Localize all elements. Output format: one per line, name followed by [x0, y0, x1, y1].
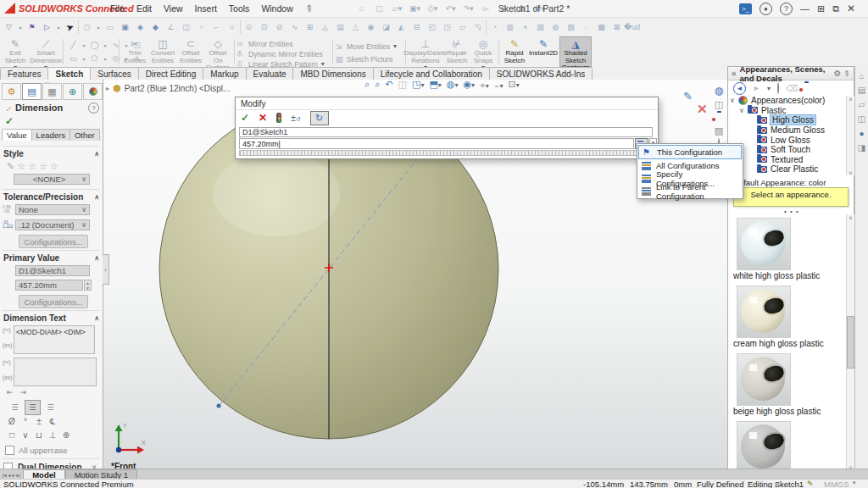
circle-tool-icon[interactable]: ◯: [87, 38, 102, 52]
scroll-down-icon[interactable]: ∨: [849, 169, 852, 175]
tree-scrollbar[interactable]: ∧∨: [846, 96, 854, 175]
primary-configurations-button[interactable]: Configurations...: [19, 295, 88, 308]
tree-item-plastic[interactable]: ∨ Plastic: [730, 106, 845, 116]
toolbar-icon[interactable]: ◫: [179, 20, 193, 34]
appearances-tab-icon[interactable]: ●: [859, 129, 864, 141]
menu-view[interactable]: View: [164, 3, 183, 14]
increment-spinbox-icon[interactable]: ↻: [310, 111, 329, 125]
section-view-icon[interactable]: ◫: [398, 79, 407, 90]
collapse-pane-icon[interactable]: «: [732, 69, 737, 78]
toolbar-icon[interactable]: ⌐: [209, 20, 224, 34]
chevron-down-icon[interactable]: ▾: [81, 52, 87, 65]
open-folder-icon[interactable]: [804, 83, 808, 93]
appearance-thumbnail-cream[interactable]: [737, 286, 791, 338]
panel-splitter[interactable]: ‹: [103, 254, 109, 285]
toolbar-icon[interactable]: ⊞: [303, 20, 317, 34]
display-style-icon[interactable]: ◍▾: [447, 79, 459, 90]
appearance-thumbnail-white[interactable]: [737, 218, 791, 270]
zoom-area-icon[interactable]: ⌕: [375, 79, 380, 90]
apply-scene-icon[interactable]: ◒▾: [494, 80, 504, 90]
folder-shortcut-icon[interactable]: [717, 113, 721, 123]
plusminus-symbol-button[interactable]: ±: [32, 417, 46, 426]
dimtext-toggle4-icon[interactable]: (xx): [3, 374, 13, 380]
rectangle-tool-icon[interactable]: ▭: [66, 52, 81, 65]
history-dropdown-icon[interactable]: ▾: [767, 85, 771, 92]
move-entities-button[interactable]: ⇲Move Entities▾: [336, 42, 397, 51]
tree-item-medium-gloss[interactable]: Medium Gloss: [730, 125, 845, 136]
forward-icon[interactable]: ►: [753, 84, 760, 92]
convert-entities-button[interactable]: ◫ Convert Entities: [149, 38, 176, 64]
dimension-text-area[interactable]: <MOD-DIAM> <DIM>: [14, 325, 95, 354]
dimtext-toggle-icon[interactable]: (ᵡᵡ): [3, 327, 10, 333]
new-document-icon[interactable]: ▢: [372, 2, 387, 15]
save-icon[interactable]: ▣▾: [408, 2, 422, 15]
toolbar-icon[interactable]: ⊘: [272, 20, 287, 34]
toolbar-icon[interactable]: ▧: [533, 20, 548, 34]
toolbar-icon[interactable]: ▨: [564, 20, 578, 34]
tab-features[interactable]: Features: [0, 67, 48, 80]
primary-value-spinner[interactable]: ▲▼: [84, 280, 92, 291]
toolbar-icon[interactable]: ⊙: [242, 20, 256, 34]
toolbar-icon[interactable]: △: [348, 20, 363, 34]
previous-view-icon[interactable]: ↶: [385, 79, 392, 90]
toolbar-icon[interactable]: ◖: [518, 20, 532, 34]
dimension-text-area-secondary[interactable]: [14, 358, 97, 386]
tab-dimxpertmanager-icon[interactable]: ⊕: [63, 83, 82, 100]
dual-dimension-checkbox[interactable]: [3, 463, 13, 469]
primary-value-field[interactable]: 457.20mm: [15, 280, 83, 291]
resources-tab-icon[interactable]: ⌂: [859, 71, 864, 84]
flag-toolbar-icon[interactable]: ⚑: [25, 20, 39, 34]
scene-image-icon[interactable]: ▨: [715, 125, 723, 136]
appearance-thumbnail-beige[interactable]: [737, 353, 791, 406]
toolbar-icon[interactable]: ◔: [487, 20, 502, 34]
tolerance-section-header[interactable]: Tolerance/Precision∧: [0, 191, 103, 202]
selection-filter-icon[interactable]: ▽: [2, 20, 16, 34]
tab-surfaces[interactable]: Surfaces: [90, 67, 138, 80]
toolbar-icon[interactable]: ◹: [470, 20, 485, 34]
tab-sketch[interactable]: Sketch: [47, 67, 91, 80]
tab-featuremanager-icon[interactable]: ⚙: [2, 83, 21, 100]
toolbar-icon[interactable]: ▤: [333, 20, 348, 34]
spin-down-icon[interactable]: ▼: [86, 286, 90, 291]
modify-titlebar[interactable]: Modify: [236, 97, 658, 110]
tree-item-high-gloss[interactable]: High Gloss: [730, 115, 845, 125]
toolbar-icon[interactable]: ∿: [287, 20, 302, 34]
repair-sketch-button[interactable]: ⊬ Repair Sketch: [444, 38, 470, 64]
toolbar-icon[interactable]: �ud: [625, 20, 639, 34]
toolbar-icon[interactable]: ⊟: [409, 20, 424, 34]
toolbar-icon[interactable]: ▱: [455, 20, 470, 34]
appearance-thumbnail-gray[interactable]: [737, 421, 791, 470]
thumbwheel[interactable]: [239, 150, 653, 156]
status-units[interactable]: MMGS: [824, 480, 849, 488]
prev-tab-icon[interactable]: ◂: [8, 472, 11, 478]
arrow-toolbar-icon[interactable]: ▷: [40, 20, 54, 34]
toolbar-icon[interactable]: ◆: [148, 20, 163, 34]
modify-dialog[interactable]: Modify ✓ ✕ ±↺ ↻ D1@Sketch1 457.20mm| ▾ ▲…: [235, 97, 659, 159]
hide-show-items-icon[interactable]: ◉▾: [463, 79, 475, 90]
tree-item-low-gloss[interactable]: Low Gloss: [730, 135, 845, 145]
tab-other[interactable]: Other: [70, 129, 100, 141]
toolbar-icon[interactable]: ◪: [379, 20, 393, 34]
toolbar-icon[interactable]: ◈: [133, 20, 147, 34]
thumbnail-scrollbar[interactable]: ∧ ∨: [846, 214, 854, 470]
primary-name-field[interactable]: D1@Sketch1: [15, 265, 90, 276]
toolbar-icon[interactable]: ◬: [318, 20, 332, 34]
feature-tree-flyout[interactable]: ▸ ⬢ Part2 (Blue 12inch) <Displ...: [106, 83, 230, 94]
menu-tools[interactable]: Tools: [229, 3, 250, 14]
diameter-symbol-button[interactable]: Ø: [5, 417, 19, 426]
style-dropdown[interactable]: <NONE>∨: [14, 174, 90, 185]
menu-insert[interactable]: Insert: [195, 3, 217, 14]
minimize-button[interactable]: —: [800, 3, 810, 14]
home-icon[interactable]: ⌂: [354, 2, 369, 15]
annotation-view-icon[interactable]: ◳▾: [412, 79, 424, 90]
chevron-down-icon[interactable]: ▾: [81, 38, 87, 52]
modify-value-field[interactable]: 457.20mm|: [239, 138, 634, 149]
tab-mbd-dimensions[interactable]: MBD Dimensions: [292, 67, 373, 80]
chevron-down-icon[interactable]: ▾: [102, 52, 108, 65]
toolbar-icon[interactable]: ◰: [425, 20, 439, 34]
menu-file[interactable]: File: [110, 3, 125, 14]
status-editing-mode[interactable]: Editing Sketch1: [748, 480, 804, 488]
menu-edit[interactable]: Edit: [136, 3, 152, 14]
modify-name-field[interactable]: D1@Sketch1: [239, 127, 653, 137]
chevron-down-icon[interactable]: ▾: [102, 38, 108, 52]
